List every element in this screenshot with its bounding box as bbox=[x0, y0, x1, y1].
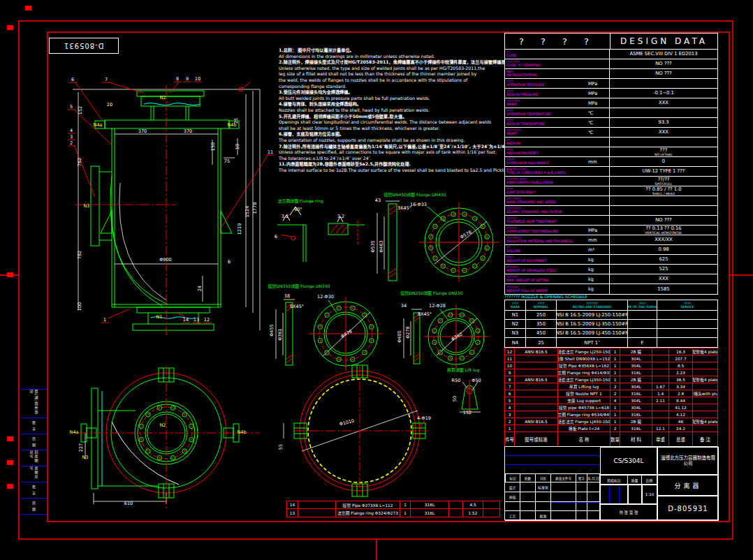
design-data-label-cell: ????OPERATION TEMPERATURE℃ bbox=[505, 108, 610, 117]
bom-cell: 2 bbox=[611, 383, 620, 390]
design-data-value: 0.98 bbox=[658, 247, 668, 252]
signature-cell bbox=[505, 502, 520, 511]
bom-cell bbox=[693, 404, 717, 411]
design-data-label-en: WEIGHT FULL OF WATER bbox=[506, 289, 588, 293]
bom-row: 4接管 pipe Φ457X6 L=6181304L41.12 bbox=[505, 404, 717, 411]
drawing-label: 25 bbox=[233, 118, 239, 124]
design-data-value-cell: NO ??? bbox=[610, 216, 717, 225]
bom-cell bbox=[515, 397, 558, 404]
design-data-value: ASME SEC.VIII DIV 1 ED2013 bbox=[630, 52, 698, 57]
bom-cell: 吊耳 Lifting lug bbox=[558, 383, 611, 390]
design-data-value-cell: ?? 0.13 ?? 0.16VERTICAL HORIZONTAL bbox=[610, 226, 717, 235]
bom-row: 11筒体 Shell DN900X6 L=15241304L207.7 bbox=[505, 355, 717, 362]
drawing-label: Φ1010 bbox=[339, 418, 355, 427]
revision-header-cell: 分区 bbox=[536, 473, 551, 482]
bom-cell: 图号或标准 bbox=[515, 432, 558, 446]
design-data-label-text: ????JOINT EFFICIENCY bbox=[505, 187, 588, 195]
bolt-hole-center bbox=[461, 358, 462, 359]
note-line: All dimensions in the drawings are in mi… bbox=[279, 54, 509, 60]
design-data-subvalue: VERTICAL HORIZONTAL bbox=[645, 231, 682, 235]
bom-extra-cell bbox=[298, 501, 336, 508]
nozzle-cell-value: N3 bbox=[512, 330, 518, 336]
nozzle-cell-value: N2 bbox=[512, 321, 518, 327]
bom-extra-table: 14接管 Pipe Φ273X6 L=1121316L4.513法兰圈 Flan… bbox=[286, 501, 500, 517]
note-line: shall be at least 50mm or 5 times the wa… bbox=[279, 126, 509, 132]
drawing-label: 50 bbox=[452, 396, 458, 401]
drawing-label: 100 bbox=[77, 302, 82, 311]
bom-cell bbox=[515, 411, 558, 418]
design-data-label-en: MAX. WEIGHT OF LIFTING bbox=[506, 279, 588, 283]
design-data-label-text: ????DESIGN PRESSURE bbox=[505, 89, 588, 97]
bom-cell: 16.3 bbox=[669, 348, 693, 355]
stage-header-cell: 质量 bbox=[628, 475, 642, 485]
drawing-label: 3 bbox=[70, 134, 73, 140]
bom-cell: 316L bbox=[620, 425, 652, 432]
design-data-label-en: OPERATION TEMPERATURE bbox=[506, 112, 588, 117]
nozzle-cell bbox=[657, 311, 717, 319]
bolt-hole-center bbox=[364, 352, 365, 353]
title-block: 标记处数分区更改文件号签字年,月,日 设计标准化审核工艺批准 CS/S304L … bbox=[504, 446, 718, 520]
bolt-hole-center bbox=[464, 270, 465, 271]
nozzle-row: N3450ANSI B 16.5-2009 LJ-450-150#RF bbox=[505, 329, 717, 338]
drawing-label: 370 bbox=[138, 128, 147, 134]
zone-mark bbox=[7, 436, 13, 441]
design-data-label-cell: ????DESIGN PRESSUREMPa bbox=[505, 89, 610, 98]
design-data-row: ??????POSTWELD HEAT TREATMENTNO ??? bbox=[505, 216, 717, 226]
bom-cell bbox=[652, 376, 669, 383]
design-data-value: NO ??? bbox=[655, 71, 671, 76]
bolt-hole-center bbox=[326, 352, 328, 353]
drawing-label: 370 bbox=[184, 128, 192, 134]
nozzle-header-en: TYPE OF 2ND SURFACE bbox=[628, 305, 657, 309]
note-line: leg size of a fillet weld shall not be l… bbox=[279, 71, 509, 78]
bom-cell: 1 bbox=[611, 362, 620, 369]
design-data-label-text: ????OPERATION PRESSURE bbox=[505, 80, 588, 87]
bom-extra-row: 13法兰圈 Flange ring Φ324/Φ2731316L1.52 bbox=[287, 509, 499, 517]
design-data-label-en: OPERATION PRESSURE bbox=[506, 83, 588, 87]
signature-row: 工艺批准 bbox=[505, 511, 600, 521]
design-data-label-en: CODE bbox=[506, 54, 588, 58]
design-data-value: 625 bbox=[659, 257, 668, 262]
drawing-label: 接管DN250详图 Flange DN250 bbox=[400, 290, 462, 296]
design-data-value-cell: ??/??SPOT/FULL bbox=[610, 177, 717, 186]
nozzle-header-en: SERVICE bbox=[680, 305, 694, 309]
design-data-value: ?? 0.13 ?? 0.16 bbox=[645, 226, 681, 231]
design-data-label-en: POSTWELD HEAT TREATMENT bbox=[506, 220, 588, 224]
bolt-hole-center bbox=[173, 457, 174, 459]
bom-cell: 8.44 bbox=[669, 397, 693, 404]
bom-cell: 12.1 bbox=[652, 425, 669, 432]
drawing-number: D-805931 bbox=[668, 505, 708, 513]
design-data-label-text: ?????????INSULATION MATERIAL AND THICKNE… bbox=[505, 236, 588, 244]
left-strip-label: 借(通)用件登记 bbox=[29, 390, 39, 418]
design-data-label-text: ?????????MDMT bbox=[505, 128, 588, 136]
signature-cell bbox=[520, 502, 536, 511]
nozzle-cell-value: N1 bbox=[512, 312, 518, 318]
drawing-label: 8 bbox=[176, 76, 179, 82]
bom-cell: 4.12 bbox=[669, 411, 693, 418]
bolt-hole-center bbox=[434, 258, 436, 259]
bolt-hole-center bbox=[338, 359, 339, 360]
signature-cell bbox=[536, 502, 551, 511]
signature-row bbox=[505, 502, 600, 512]
nozzle-header-cell: ???????RATING AND STANDARD bbox=[557, 300, 628, 310]
company-box: 淄博北方压力容器制造有限公司 bbox=[657, 447, 719, 475]
product-title: 分离器 bbox=[674, 481, 701, 490]
bom-extra-cell: 316L bbox=[411, 509, 449, 517]
note-line: 6.接管、支座及铭牌方位见本图。 bbox=[279, 131, 509, 138]
design-data-value-cell: 0 bbox=[610, 157, 717, 166]
design-data-subvalue: SPOT/FULL bbox=[655, 182, 673, 186]
drawing-label: Φ463 bbox=[379, 240, 384, 253]
design-data-label-text: ????DESIGN TEMPERATURE bbox=[505, 119, 588, 126]
bom-cell: 4 bbox=[505, 404, 515, 411]
signature-row: 设计标准化 bbox=[505, 482, 600, 492]
design-data-label-cell: ??VOLUMEm³ bbox=[505, 245, 610, 254]
bolt-hole-center bbox=[477, 330, 478, 332]
bolt-hole-center bbox=[319, 326, 321, 327]
nozzle-schedule-table: ????MARK????NOMINAL???????RATING AND STA… bbox=[504, 300, 718, 348]
zone-mark bbox=[7, 25, 13, 30]
drawing-label: 16-Φ33 bbox=[410, 202, 427, 207]
design-data-value: -0.1~0.1 bbox=[653, 91, 674, 96]
design-data-label-en: INSULATION MATERIAL AND THICKNESS bbox=[506, 240, 588, 244]
drawing-label: 法兰圈详图 Flange ring bbox=[277, 198, 323, 204]
bom-cell: 10 bbox=[505, 362, 515, 369]
drawing-label: 12-Φ28 bbox=[429, 303, 446, 309]
